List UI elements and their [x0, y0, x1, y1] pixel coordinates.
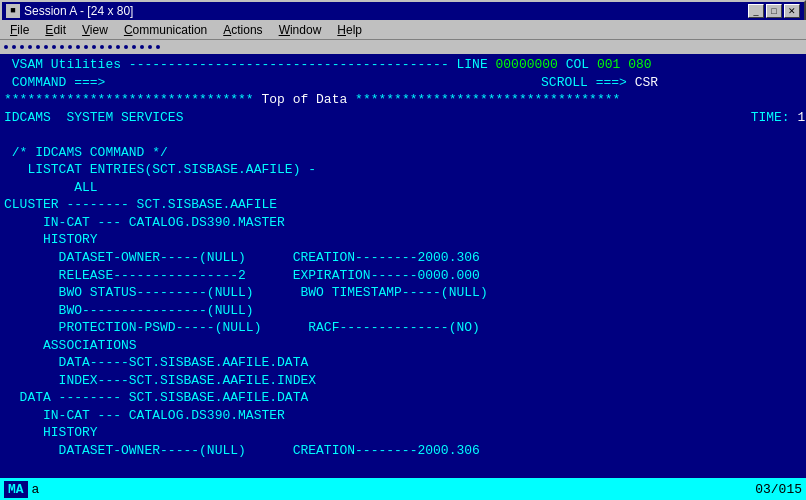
terminal-line-15: BWO----------------(NULL) [4, 302, 802, 320]
toolbar-dot [36, 45, 40, 49]
terminal-line-1: VSAM Utilities -------------------------… [4, 56, 802, 74]
terminal-line-19: INDEX----SCT.SISBASE.AAFILE.INDEX [4, 372, 802, 390]
status-left: MA [4, 481, 632, 498]
toolbar-dot [148, 45, 152, 49]
minimize-button[interactable]: _ [748, 4, 764, 18]
menu-view[interactable]: View [74, 21, 116, 39]
toolbar-dot [76, 45, 80, 49]
toolbar-dot [68, 45, 72, 49]
status-bar: MA 03/015 [0, 478, 806, 500]
toolbar-dot [132, 45, 136, 49]
terminal-line-18: DATA-----SCT.SISBASE.AAFILE.DATA [4, 354, 802, 372]
toolbar-dot [4, 45, 8, 49]
toolbar [0, 40, 806, 54]
menu-window[interactable]: Window [271, 21, 330, 39]
close-button[interactable]: ✕ [784, 4, 800, 18]
terminal-line-11: HISTORY [4, 231, 802, 249]
menu-actions[interactable]: Actions [215, 21, 270, 39]
terminal-line-7: LISTCAT ENTRIES(SCT.SISBASE.AAFILE) - [4, 161, 802, 179]
terminal-line-2: COMMAND ===> SCROLL ===> CSR [4, 74, 802, 92]
terminal-line-22: HISTORY [4, 424, 802, 442]
toolbar-dot [28, 45, 32, 49]
terminal-line-4: IDCAMS SYSTEM SERVICES TIME: 13:49:18 [4, 109, 802, 127]
menu-bar: File Edit View Communication Actions Win… [0, 20, 806, 40]
status-page-info: 03/015 [755, 482, 802, 497]
menu-communication[interactable]: Communication [116, 21, 215, 39]
toolbar-dot [100, 45, 104, 49]
toolbar-dot [124, 45, 128, 49]
terminal-line-6: /* IDCAMS COMMAND */ [4, 144, 802, 162]
title-bar: ■ Session A - [24 x 80] _ □ ✕ [0, 0, 806, 20]
toolbar-dot [12, 45, 16, 49]
status-mode: MA [4, 481, 28, 498]
menu-file[interactable]: File [2, 21, 37, 39]
toolbar-dot [84, 45, 88, 49]
terminal-line-13: RELEASE----------------2 EXPIRATION-----… [4, 267, 802, 285]
terminal-line-5 [4, 126, 802, 144]
terminal-line-10: IN-CAT --- CATALOG.DS390.MASTER [4, 214, 802, 232]
toolbar-dot [108, 45, 112, 49]
toolbar-dot [140, 45, 144, 49]
toolbar-dot [60, 45, 64, 49]
terminal-line-17: ASSOCIATIONS [4, 337, 802, 355]
menu-help[interactable]: Help [329, 21, 370, 39]
terminal-line-12: DATASET-OWNER-----(NULL) CREATION-------… [4, 249, 802, 267]
terminal-line-23: DATASET-OWNER-----(NULL) CREATION-------… [4, 442, 802, 460]
terminal-line-16: PROTECTION-PSWD-----(NULL) RACF---------… [4, 319, 802, 337]
toolbar-dot [44, 45, 48, 49]
terminal-line-3: ******************************** Top of … [4, 91, 802, 109]
menu-edit[interactable]: Edit [37, 21, 74, 39]
command-input[interactable] [113, 75, 453, 90]
window-title: Session A - [24 x 80] [24, 4, 133, 18]
title-bar-left: ■ Session A - [24 x 80] [6, 4, 133, 18]
toolbar-dot [92, 45, 96, 49]
terminal-line-20: DATA -------- SCT.SISBASE.AAFILE.DATA [4, 389, 802, 407]
toolbar-dot [116, 45, 120, 49]
terminal-area: VSAM Utilities -------------------------… [0, 54, 806, 478]
toolbar-dot [20, 45, 24, 49]
toolbar-dot [156, 45, 160, 49]
terminal-line-8: ALL [4, 179, 802, 197]
window-controls[interactable]: _ □ ✕ [748, 4, 800, 18]
terminal-line-14: BWO STATUS---------(NULL) BWO TIMESTAMP-… [4, 284, 802, 302]
terminal-line-21: IN-CAT --- CATALOG.DS390.MASTER [4, 407, 802, 425]
maximize-button[interactable]: □ [766, 4, 782, 18]
toolbar-dot [52, 45, 56, 49]
app-icon: ■ [6, 4, 20, 18]
status-input[interactable] [32, 482, 632, 497]
terminal-line-9: CLUSTER -------- SCT.SISBASE.AAFILE [4, 196, 802, 214]
